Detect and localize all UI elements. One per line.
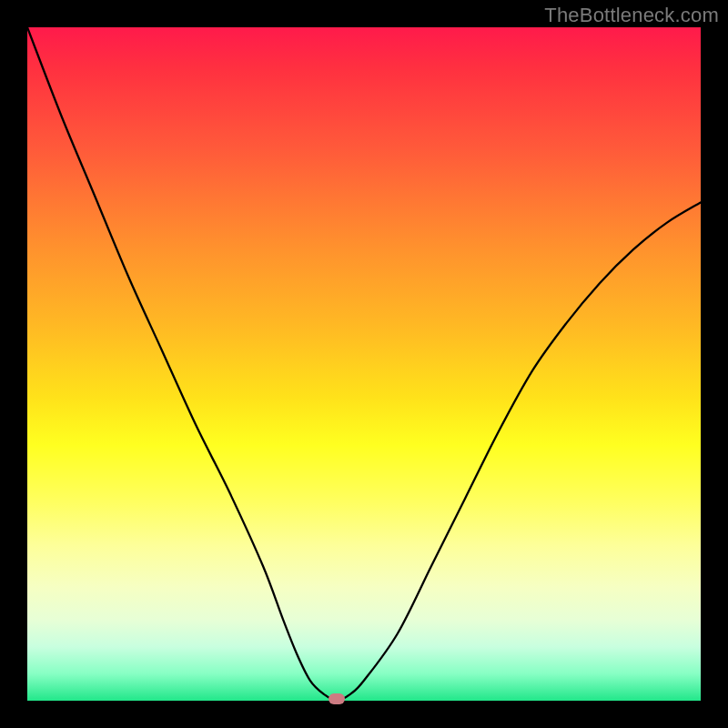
bottleneck-curve-path: [27, 27, 701, 701]
sweet-spot-marker: [329, 693, 345, 704]
bottleneck-curve: [27, 27, 701, 701]
chart-frame: TheBottleneck.com: [0, 0, 728, 728]
watermark-text: TheBottleneck.com: [544, 4, 719, 27]
